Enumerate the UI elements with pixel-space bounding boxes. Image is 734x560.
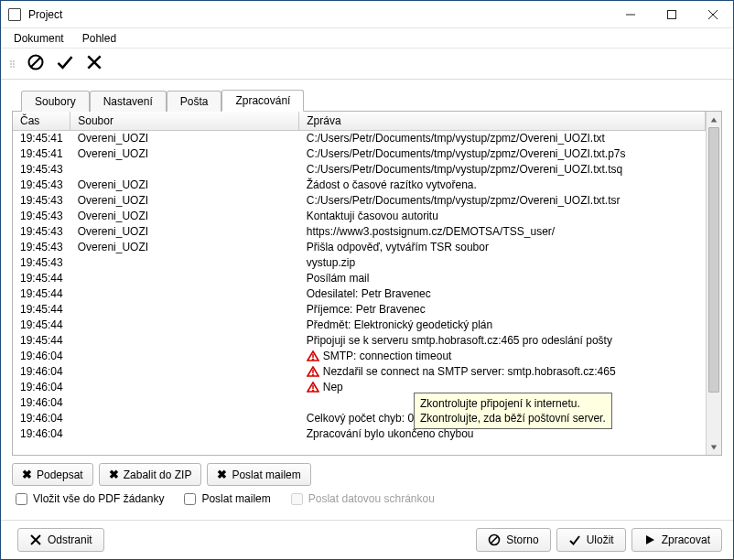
x-icon[interactable] <box>85 53 103 74</box>
cell-file: Overeni_UOZI <box>70 224 299 240</box>
table-row[interactable]: 19:45:43Overeni_UOZIC:/Users/Petr/Docume… <box>13 193 706 209</box>
podepsat-button[interactable]: ✖Podepsat <box>12 463 93 486</box>
cell-msg: Nezdařil se connect na SMTP server: smtp… <box>299 364 706 380</box>
maximize-button[interactable] <box>651 1 692 27</box>
scroll-thumb[interactable] <box>708 127 719 393</box>
odstranit-label: Odstranit <box>48 533 92 546</box>
poslat-label: Poslat mailem <box>232 468 300 481</box>
cell-time: 19:45:41 <box>13 131 70 146</box>
check-icon <box>568 533 581 546</box>
col-file[interactable]: Soubor <box>70 112 299 131</box>
cell-time: 19:46:04 <box>13 411 70 426</box>
action-row: ✖Podepsat ✖Zabalit do ZIP ✖Poslat mailem <box>12 456 722 490</box>
table-row[interactable]: 19:45:41Overeni_UOZIC:/Users/Petr/Docume… <box>13 146 706 162</box>
cell-time: 19:46:04 <box>13 364 70 380</box>
cell-file: Overeni_UOZI <box>70 178 299 193</box>
menu-pohled[interactable]: Pohled <box>75 30 124 47</box>
table-row[interactable]: 19:45:44Odesilatel: Petr Bravenec <box>13 286 706 302</box>
cell-file <box>70 426 299 442</box>
tab-zpracovani[interactable]: Zpracování <box>221 90 304 112</box>
chk-ds: Poslat datovou schránkou <box>291 492 435 505</box>
cell-file: Overeni_UOZI <box>70 209 299 224</box>
cell-time: 19:45:43 <box>13 255 70 271</box>
chk-pdf-input[interactable] <box>16 493 27 505</box>
cell-msg: C:/Users/Petr/Documents/tmp/vystup/zpmz/… <box>299 131 706 146</box>
cell-file: Overeni_UOZI <box>70 240 299 255</box>
cell-file <box>70 411 299 426</box>
warning-icon <box>307 350 319 361</box>
cell-time: 19:45:44 <box>13 302 70 318</box>
table-row[interactable]: 19:45:43Overeni_UOZIPřišla odpověď, vytv… <box>13 240 706 255</box>
close-button[interactable] <box>692 1 733 27</box>
tab-soubory[interactable]: Soubory <box>21 91 90 112</box>
x-icon: ✖ <box>22 468 32 481</box>
cell-file <box>70 380 299 395</box>
minimize-button[interactable] <box>610 1 651 27</box>
cell-msg: Předmět: Elektronický geodetický plán <box>299 318 706 333</box>
table-row[interactable]: 19:45:44Předmět: Elektronický geodetický… <box>13 318 706 333</box>
cell-time: 19:46:04 <box>13 426 70 442</box>
svg-line-22 <box>491 537 498 544</box>
table-row[interactable]: 19:45:43C:/Users/Petr/Documents/tmp/vyst… <box>13 162 706 178</box>
table-row[interactable]: 19:45:43Overeni_UOZIhttps://www3.postsig… <box>13 224 706 240</box>
cell-msg: C:/Users/Petr/Documents/tmp/vystup/zpmz/… <box>299 162 706 178</box>
check-icon[interactable] <box>56 53 74 74</box>
cell-msg: Posílám mail <box>299 271 706 286</box>
content: Soubory Nastavení Pošta Zpracování Čas S… <box>1 80 733 520</box>
col-time[interactable]: Čas <box>13 112 70 131</box>
zpracovat-button[interactable]: Zpracovat <box>631 528 722 552</box>
warning-icon <box>307 366 319 377</box>
svg-marker-23 <box>646 535 654 544</box>
chk-mail[interactable]: Poslat mailem <box>184 492 270 505</box>
cell-time: 19:45:44 <box>13 333 70 349</box>
table-row[interactable]: 19:45:44Připojuji se k serveru smtp.hobr… <box>13 333 706 349</box>
cell-file <box>70 302 299 318</box>
table-row[interactable]: 19:45:41Overeni_UOZIC:/Users/Petr/Docume… <box>13 131 706 146</box>
cell-time: 19:45:44 <box>13 286 70 302</box>
table-row[interactable]: 19:45:44Příjemce: Petr Bravenec <box>13 302 706 318</box>
chk-mail-input[interactable] <box>184 493 196 505</box>
tab-nastaveni[interactable]: Nastavení <box>90 91 167 112</box>
cell-msg: Žádost o časové razítko vytvořena. <box>299 178 706 193</box>
tooltip-line2: Zkontrolujte, zda běží poštovní server. <box>420 411 606 425</box>
table-row[interactable]: 19:45:43vystup.zip <box>13 255 706 271</box>
ulozit-button[interactable]: Uložit <box>556 528 626 552</box>
tab-posta[interactable]: Pošta <box>167 91 222 112</box>
scroll-up-icon[interactable] <box>707 112 721 127</box>
col-msg[interactable]: Zpráva <box>299 112 706 131</box>
poslat-button[interactable]: ✖Poslat mailem <box>207 463 310 486</box>
odstranit-button[interactable]: Odstranit <box>17 528 104 552</box>
table-row[interactable]: 19:45:43Overeni_UOZIŽádost o časové razí… <box>13 178 706 193</box>
storno-label: Storno <box>506 533 538 546</box>
toolbar <box>1 48 733 80</box>
chk-ds-input <box>291 493 303 505</box>
cell-time: 19:45:43 <box>13 162 70 178</box>
cell-time: 19:46:04 <box>13 380 70 395</box>
cell-file <box>70 364 299 380</box>
tooltip-line1: Zkontrolujte připojení k internetu. <box>420 396 606 411</box>
zabalit-button[interactable]: ✖Zabalit do ZIP <box>99 463 202 486</box>
cell-file <box>70 318 299 333</box>
cell-msg: SMTP: connection timeout <box>299 349 706 364</box>
svg-point-13 <box>312 374 314 376</box>
tooltip: Zkontrolujte připojení k internetu. Zkon… <box>414 393 612 429</box>
scroll-down-icon[interactable] <box>707 439 721 455</box>
menubar: Dokument Pohled <box>1 28 733 48</box>
warning-icon <box>307 382 319 393</box>
cell-msg: C:/Users/Petr/Documents/tmp/vystup/zpmz/… <box>299 193 706 209</box>
chk-pdf[interactable]: Vložit vše do PDF žádanky <box>16 492 164 505</box>
cell-file <box>70 255 299 271</box>
table-row[interactable]: 19:45:43Overeni_UOZIKontaktuji časovou a… <box>13 209 706 224</box>
scrollbar[interactable] <box>706 112 721 455</box>
table-row[interactable]: 19:46:04Nezdařil se connect na SMTP serv… <box>13 364 706 380</box>
menu-dokument[interactable]: Dokument <box>6 30 71 47</box>
storno-button[interactable]: Storno <box>476 528 550 552</box>
toolbar-grip <box>10 55 16 73</box>
cell-file <box>70 162 299 178</box>
scroll-track[interactable] <box>707 127 721 439</box>
cancel-icon[interactable] <box>27 53 45 74</box>
table-row[interactable]: 19:46:04SMTP: connection timeout <box>13 349 706 364</box>
svg-rect-1 <box>667 10 675 18</box>
cell-time: 19:45:43 <box>13 224 70 240</box>
table-row[interactable]: 19:45:44Posílám mail <box>13 271 706 286</box>
